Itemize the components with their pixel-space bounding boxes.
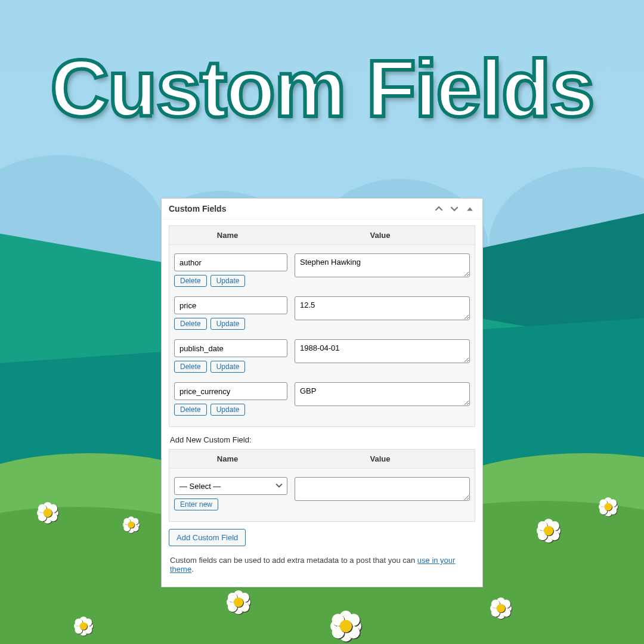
- field-row: Delete Update GBP: [174, 377, 470, 420]
- add-custom-field-button[interactable]: Add Custom Field: [169, 529, 246, 546]
- field-name-input[interactable]: [174, 296, 287, 314]
- table-header-row: Name Value: [169, 226, 475, 245]
- column-header-name: Name: [169, 450, 286, 468]
- collapse-icon[interactable]: [465, 203, 475, 214]
- custom-fields-panel: Custom Fields Name Value Delete Updat: [161, 198, 483, 587]
- add-new-row: — Select — Enter new: [174, 472, 470, 515]
- update-button[interactable]: Update: [210, 404, 246, 416]
- panel-header: Custom Fields: [162, 199, 482, 219]
- column-header-name: Name: [169, 226, 286, 244]
- footer-text-prefix: Custom fields can be used to add extra m…: [170, 556, 417, 565]
- field-row: Delete Update Stephen Hawking: [174, 249, 470, 292]
- add-new-row-wrap: — Select — Enter new: [169, 469, 475, 521]
- delete-button[interactable]: Delete: [174, 275, 207, 287]
- flower-icon: [227, 590, 250, 614]
- flower-icon: [599, 497, 618, 516]
- meta-key-select[interactable]: — Select —: [174, 477, 287, 495]
- update-button[interactable]: Update: [210, 275, 246, 287]
- add-new-table: Name Value — Select —: [169, 449, 475, 522]
- flower-icon: [37, 502, 58, 524]
- panel-header-controls: [434, 203, 475, 214]
- add-new-label: Add New Custom Field:: [169, 427, 475, 449]
- field-value-input[interactable]: GBP: [295, 382, 470, 406]
- delete-button[interactable]: Delete: [174, 318, 207, 330]
- flower-icon: [490, 597, 512, 619]
- delete-button[interactable]: Delete: [174, 404, 207, 416]
- field-value-input[interactable]: 1988-04-01: [295, 339, 470, 363]
- footer-text-suffix: .: [191, 565, 194, 574]
- field-row: Delete Update 1988-04-01: [174, 335, 470, 377]
- fields-rows-container: Delete Update Stephen Hawking Delete Upd…: [169, 245, 475, 426]
- page-title: Custom Fields: [0, 42, 644, 135]
- panel-body: Name Value Delete Update Stephen Hawking…: [162, 219, 482, 587]
- delete-button[interactable]: Delete: [174, 361, 207, 373]
- field-name-input[interactable]: [174, 253, 287, 271]
- flower-icon: [537, 519, 561, 543]
- new-value-input[interactable]: [295, 477, 470, 501]
- flower-icon: [74, 617, 93, 636]
- update-button[interactable]: Update: [210, 361, 246, 373]
- field-name-input[interactable]: [174, 339, 287, 357]
- move-up-icon[interactable]: [434, 203, 444, 214]
- update-button[interactable]: Update: [210, 318, 246, 330]
- flower-icon: [123, 516, 140, 533]
- column-header-value: Value: [286, 450, 475, 468]
- move-down-icon[interactable]: [449, 203, 460, 214]
- fields-table: Name Value Delete Update Stephen Hawking…: [169, 225, 475, 427]
- field-value-input[interactable]: Stephen Hawking: [295, 253, 470, 277]
- panel-title: Custom Fields: [169, 204, 226, 213]
- table-header-row: Name Value: [169, 450, 475, 469]
- field-value-input[interactable]: 12.5: [295, 296, 470, 320]
- column-header-value: Value: [286, 226, 475, 244]
- footer-help-text: Custom fields can be used to add extra m…: [169, 556, 475, 581]
- field-name-input[interactable]: [174, 382, 287, 400]
- enter-new-button[interactable]: Enter new: [174, 499, 218, 510]
- field-row: Delete Update 12.5: [174, 292, 470, 335]
- flower-icon: [330, 611, 361, 642]
